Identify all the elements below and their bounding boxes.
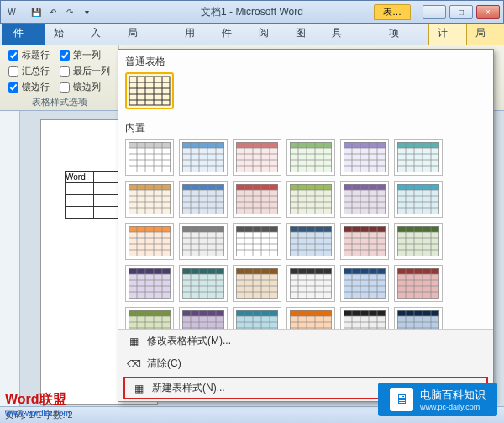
svg-rect-175 bbox=[290, 226, 332, 232]
style-thumb[interactable] bbox=[286, 223, 335, 260]
save-button[interactable]: 💾 bbox=[29, 4, 44, 19]
svg-rect-120 bbox=[344, 184, 386, 190]
redo-button[interactable]: ↷ bbox=[62, 4, 77, 19]
svg-rect-230 bbox=[236, 268, 278, 274]
style-thumb[interactable] bbox=[179, 139, 228, 176]
svg-rect-219 bbox=[182, 268, 224, 274]
svg-rect-296 bbox=[236, 310, 278, 316]
svg-rect-208 bbox=[129, 268, 171, 274]
check-first-column[interactable]: 第一列 bbox=[60, 49, 101, 61]
monitor-icon: 🖥 bbox=[390, 388, 413, 411]
style-thumb[interactable] bbox=[286, 307, 335, 329]
style-thumb[interactable] bbox=[394, 181, 443, 218]
svg-rect-263 bbox=[397, 268, 439, 274]
style-thumb[interactable] bbox=[233, 223, 281, 260]
svg-rect-197 bbox=[397, 226, 439, 232]
svg-rect-131 bbox=[397, 184, 439, 190]
check-header-row[interactable]: 标题行 bbox=[8, 49, 50, 61]
svg-rect-329 bbox=[397, 310, 439, 316]
gallery-section-plain: 普通表格 bbox=[118, 50, 493, 71]
svg-rect-318 bbox=[344, 310, 386, 316]
svg-rect-10 bbox=[129, 142, 171, 148]
style-thumb[interactable] bbox=[125, 139, 174, 176]
svg-rect-285 bbox=[182, 310, 224, 316]
document-table[interactable]: Word bbox=[65, 171, 123, 219]
style-thumb[interactable] bbox=[125, 307, 174, 329]
ribbon-tabs: 文件 开始 插入 页面布局 引用 邮件 审阅 视图 开发工具 加载项 设计 布局 bbox=[0, 24, 504, 45]
minimize-button[interactable]: — bbox=[423, 5, 446, 19]
gallery-section-builtin: 内置 bbox=[118, 116, 493, 137]
style-thumb[interactable] bbox=[125, 181, 174, 218]
vertical-ruler bbox=[0, 111, 20, 406]
check-last-column[interactable]: 最后一列 bbox=[60, 65, 110, 77]
quick-access-toolbar: W 💾 ↶ ↷ ▾ bbox=[4, 4, 94, 19]
svg-rect-32 bbox=[236, 142, 278, 148]
style-thumb[interactable] bbox=[233, 265, 281, 302]
style-thumb[interactable] bbox=[233, 139, 281, 176]
svg-rect-43 bbox=[290, 142, 332, 148]
clear-icon: ⌫ bbox=[127, 357, 140, 371]
style-thumb[interactable] bbox=[179, 223, 228, 260]
style-thumb[interactable] bbox=[340, 181, 389, 218]
style-thumb[interactable] bbox=[340, 265, 389, 302]
undo-button[interactable]: ↶ bbox=[45, 4, 60, 19]
group-label-style-options: 表格样式选项 bbox=[8, 96, 110, 108]
style-thumb[interactable] bbox=[286, 139, 335, 176]
svg-rect-0 bbox=[129, 77, 170, 105]
check-banded-rows[interactable]: 镶边行 bbox=[8, 81, 50, 93]
style-thumb[interactable] bbox=[125, 265, 174, 302]
word-icon: W bbox=[4, 4, 19, 19]
style-thumb[interactable] bbox=[340, 307, 389, 329]
svg-rect-21 bbox=[182, 142, 224, 148]
svg-rect-87 bbox=[182, 184, 224, 190]
style-thumb[interactable] bbox=[340, 223, 389, 260]
check-banded-columns[interactable]: 镶边列 bbox=[60, 81, 101, 93]
style-thumb[interactable] bbox=[179, 181, 228, 218]
svg-rect-153 bbox=[182, 226, 224, 232]
close-button[interactable]: × bbox=[476, 5, 500, 19]
style-thumb[interactable] bbox=[233, 307, 281, 329]
svg-rect-241 bbox=[290, 268, 332, 274]
style-thumb[interactable] bbox=[179, 265, 228, 302]
style-thumb[interactable] bbox=[394, 139, 443, 176]
svg-rect-142 bbox=[129, 226, 171, 232]
check-total-row[interactable]: 汇总行 bbox=[8, 65, 50, 77]
table-style-options-group: 标题行 第一列 汇总行 最后一列 镶边行 镶边列 表格样式选项 bbox=[0, 45, 119, 110]
menu-clear[interactable]: ⌫ 清除(C) bbox=[118, 352, 493, 375]
svg-rect-98 bbox=[236, 184, 278, 190]
gallery-scroll-area[interactable] bbox=[118, 137, 493, 329]
style-thumb[interactable] bbox=[286, 181, 335, 218]
svg-rect-65 bbox=[397, 142, 439, 148]
window-titlebar: W 💾 ↶ ↷ ▾ 文档1 - Microsoft Word 表… — □ × bbox=[0, 0, 504, 24]
svg-rect-252 bbox=[344, 268, 386, 274]
style-thumb[interactable] bbox=[125, 223, 174, 260]
table-icon: ▦ bbox=[127, 335, 140, 348]
menu-modify-table-style[interactable]: ▦ 修改表格样式(M)... bbox=[118, 330, 493, 352]
watermark-right: 🖥 电脑百科知识 www.pc-daily.com bbox=[378, 383, 497, 416]
maximize-button[interactable]: □ bbox=[449, 5, 473, 19]
svg-rect-186 bbox=[344, 226, 386, 232]
table-styles-gallery: 普通表格 内置 bbox=[118, 49, 494, 402]
style-thumb[interactable] bbox=[394, 223, 443, 260]
style-thumb[interactable] bbox=[179, 307, 228, 329]
svg-rect-109 bbox=[290, 184, 332, 190]
style-thumb[interactable] bbox=[340, 139, 389, 176]
style-thumb-plain-selected[interactable] bbox=[125, 72, 174, 109]
svg-rect-307 bbox=[290, 310, 332, 316]
table-icon: ▦ bbox=[132, 382, 145, 395]
table-tools-context-label: 表… bbox=[374, 4, 411, 20]
watermark-left: Word联盟 www.wordlm.com bbox=[5, 391, 71, 418]
qat-customize-button[interactable]: ▾ bbox=[79, 4, 94, 19]
svg-rect-164 bbox=[236, 226, 278, 232]
style-thumb[interactable] bbox=[394, 307, 443, 329]
svg-rect-76 bbox=[129, 184, 171, 190]
style-thumb[interactable] bbox=[394, 265, 443, 302]
svg-rect-274 bbox=[129, 310, 171, 316]
style-thumb[interactable] bbox=[233, 181, 281, 218]
svg-rect-54 bbox=[344, 142, 386, 148]
style-thumb[interactable] bbox=[286, 265, 335, 302]
